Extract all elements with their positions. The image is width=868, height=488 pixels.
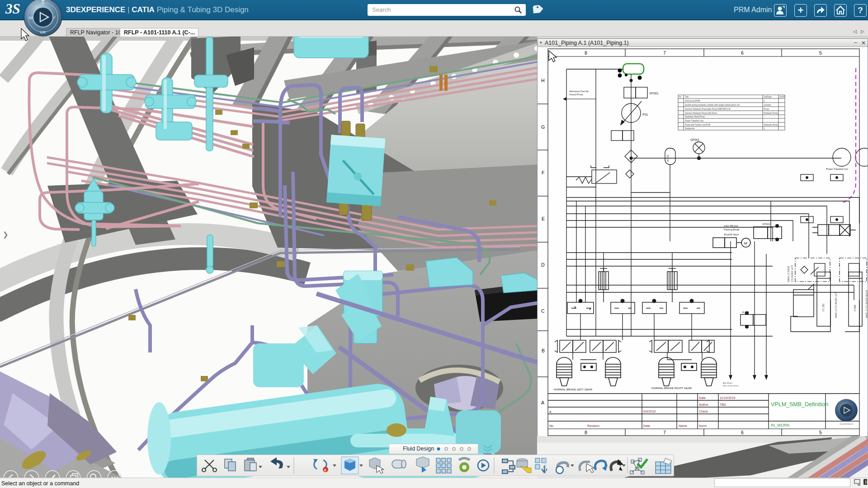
svg-text:6/3/2019: 6/3/2019 xyxy=(643,410,656,413)
svg-text:NORMAL BRAKE RIGHT GEAR: NORMAL BRAKE RIGHT GEAR xyxy=(651,386,692,389)
svg-text:Pump: Pump xyxy=(764,108,769,110)
svg-text:Name: Name xyxy=(679,424,687,427)
svg-text:Hydraulic Pump: Hydraulic Pump xyxy=(764,124,778,126)
svg-text:G: G xyxy=(541,124,545,130)
svg-text:Auto Brake: Auto Brake xyxy=(723,382,732,384)
svg-text:8: 8 xyxy=(585,430,587,435)
svg-text:Harnesses Fuel Aw: Harnesses Fuel Aw xyxy=(569,90,589,93)
svg-text:Revision: Revision xyxy=(587,424,599,427)
svg-text:Sequencer: Sequencer xyxy=(685,127,695,130)
svg-text:P01: P01 xyxy=(642,113,648,116)
svg-text:(5ms 12 bar drive): (5ms 12 bar drive) xyxy=(723,385,739,387)
svg-text:IN_WORK: IN_WORK xyxy=(771,423,790,427)
svg-text:B: B xyxy=(542,348,545,353)
svg-text:VSO-PB-001: VSO-PB-001 xyxy=(724,225,738,227)
svg-text:7: 7 xyxy=(663,430,666,435)
svg-text:D: D xyxy=(541,262,545,267)
svg-text:A: A xyxy=(549,410,552,413)
svg-text:Parking Break: Parking Break xyxy=(724,228,740,231)
svg-text:6: 6 xyxy=(741,50,744,56)
svg-text:GP001: GP001 xyxy=(690,138,700,141)
svg-text:Cylinder: Cylinder xyxy=(764,104,771,106)
svg-text:Generic Hydraulic Pump with Dr: Generic Hydraulic Pump with Driver xyxy=(685,112,717,114)
svg-text:QUNT: QUNT xyxy=(779,96,785,98)
svg-text:Power Transfert Unit: Power Transfert Unit xyxy=(685,120,704,122)
svg-text:Date: Date xyxy=(643,424,650,427)
svg-text:No.: No. xyxy=(549,424,554,427)
svg-text:ACC01: ACC01 xyxy=(666,155,669,162)
svg-text:C: C xyxy=(541,308,545,314)
svg-text:Norm: Norm xyxy=(699,424,707,427)
svg-text:V.R: V.R xyxy=(40,30,46,34)
svg-text:CY_001: CY_001 xyxy=(822,303,825,311)
svg-text:Author: Author xyxy=(699,403,708,406)
svg-text:VPLM_SMB_Definition: VPLM_SMB_Definition xyxy=(771,401,828,408)
svg-text:Hydraulic Hand Pump: Hydraulic Hand Pump xyxy=(685,116,705,118)
svg-text:MAIN LG CYLINDER LEFT: MAIN LG CYLINDER LEFT xyxy=(835,292,837,318)
svg-text:x: x xyxy=(324,468,326,472)
svg-text:MAIN LG DOOR: MAIN LG DOOR xyxy=(788,266,790,282)
svg-text:5: 5 xyxy=(819,50,822,56)
svg-text:VP002: VP002 xyxy=(762,223,771,225)
svg-text:NORMAL BRAKE LEFT GEAR: NORMAL BRAKE LEFT GEAR xyxy=(554,388,592,391)
svg-text:H: H xyxy=(541,78,545,83)
svg-text:F: F xyxy=(542,170,544,175)
svg-text:MAIN LG CYLINDER RIGHT: MAIN LG CYLINDER RIGHT xyxy=(866,290,868,318)
svg-text:❯: ❯ xyxy=(3,230,9,239)
svg-text:ShutOff Valve: ShutOff Valve xyxy=(724,233,739,236)
svg-text:Check: Check xyxy=(699,410,708,413)
svg-text:Double-acting hydraulic cylind: Double-acting hydraulic cylinder with si… xyxy=(685,104,740,106)
svg-text:Generic Hydraulic Pneumatic Pu: Generic Hydraulic Pneumatic Pump SSB 560… xyxy=(685,108,731,110)
svg-text:11/19/2019: 11/19/2019 xyxy=(720,396,736,399)
svg-text:i: i xyxy=(865,480,867,484)
svg-text:5: 5 xyxy=(819,430,822,435)
svg-text:Around Pump: Around Pump xyxy=(569,93,583,96)
svg-text:Power Transfert Uni: Power Transfert Uni xyxy=(826,168,848,170)
svg-text:M: M xyxy=(744,241,747,245)
svg-text:E: E xyxy=(542,216,545,221)
svg-text:3D: 3D xyxy=(28,16,33,20)
svg-text:Hydraulic Pump: Hydraulic Pump xyxy=(764,112,778,114)
svg-text:CY002: CY002 xyxy=(854,305,856,311)
svg-text:CYLINDER LEFT: CYLINDER LEFT xyxy=(791,265,793,282)
svg-text:Pump with Turbine-Up-PCM: Pump with Turbine-Up-PCM xyxy=(685,124,710,126)
svg-text:Title: Title xyxy=(685,96,689,98)
svg-text:CadType: CadType xyxy=(764,96,772,98)
svg-text:8: 8 xyxy=(585,50,587,56)
svg-text:VF001: VF001 xyxy=(649,92,659,95)
svg-text:A: A xyxy=(541,400,544,405)
svg-text:3DEXPERIENCE: 3DEXPERIENCE xyxy=(840,423,854,425)
svg-text:TBD: TBD xyxy=(720,403,726,406)
svg-text:6: 6 xyxy=(741,430,744,435)
svg-text:7: 7 xyxy=(663,50,666,56)
svg-text:Date: Date xyxy=(699,396,706,399)
svg-text:Nr: Nr xyxy=(679,96,681,98)
svg-text:ACCUmuLATOR: ACCUmuLATOR xyxy=(685,100,700,102)
